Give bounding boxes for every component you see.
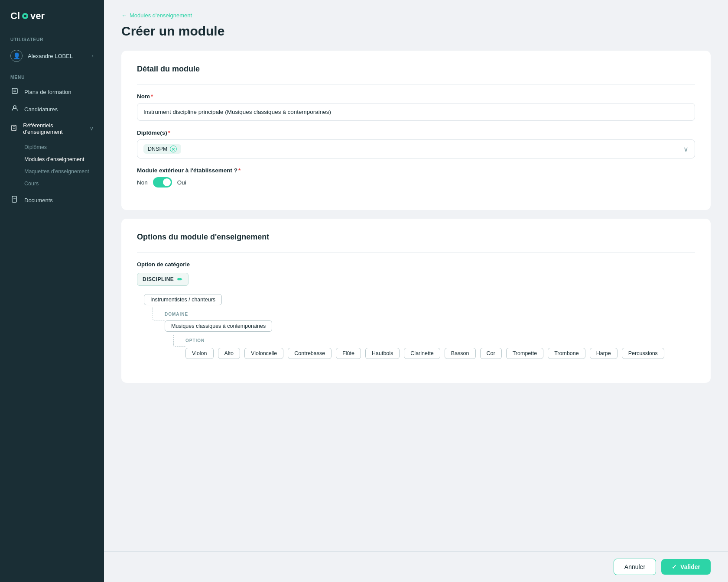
option-label: OPTION [185, 338, 695, 343]
dnspm-tag-remove[interactable]: × [170, 146, 177, 152]
candidatures-label: Candidatures [24, 106, 58, 113]
sidebar: Cl ver UTILISATEUR 👤 Alexandre LOBEL › M… [0, 0, 104, 582]
toggle-non-label: Non [137, 179, 148, 186]
detail-card-title: Détail du module [137, 65, 695, 74]
breadcrumb[interactable]: ← Modules d'enseignement [121, 12, 711, 19]
option-chip-contrebasse: Contrebasse [288, 348, 332, 359]
footer: Annuler ✓ Valider [104, 551, 728, 582]
diplomes-select[interactable]: DNSPM × ∨ [137, 139, 695, 158]
user-chevron-icon: › [92, 53, 94, 59]
option-chip-percussions: Percussions [622, 348, 664, 359]
musiques-chip: Musiques classiques à contemporaines [165, 320, 272, 332]
user-section-label: UTILISATEUR [0, 30, 104, 45]
module-exterieur-group: Module extérieur à l'établissement ?* No… [137, 167, 695, 188]
tree-container: Instrumentistes / chanteurs DOMAINE Musi… [144, 293, 695, 360]
validate-label: Valider [680, 563, 700, 570]
level2-block: DOMAINE Musiques classiques à contempora… [165, 312, 695, 360]
menu-section-label: MENU [0, 66, 104, 83]
toggle-oui-label: Oui [177, 179, 186, 186]
option-chip-cor: Cor [480, 348, 502, 359]
nom-input[interactable] [137, 103, 695, 121]
options-chips-row: ViolonAltoVioloncelleContrebasseFlûteHau… [185, 346, 695, 360]
referentiels-label: Référentiels d'enseignement [23, 122, 84, 135]
main-content: ← Modules d'enseignement Créer un module… [104, 0, 728, 582]
cancel-button[interactable]: Annuler [614, 559, 656, 575]
diplomes-chevron-icon: ∨ [683, 145, 689, 153]
tree-connector-2 [173, 334, 185, 347]
discipline-badge: DISCIPLINE ✏ [137, 273, 188, 286]
domaine-label: DOMAINE [165, 312, 695, 317]
documents-icon [10, 196, 19, 204]
submenu-item-diplomes[interactable]: Diplômes [0, 141, 104, 153]
toggle-row: Non Oui [137, 177, 695, 188]
submenu-item-cours[interactable]: Cours [0, 178, 104, 190]
option-categorie-label: Option de catégorie [137, 261, 695, 268]
plans-label: Plans de formation [24, 89, 71, 95]
user-name: Alexandre LOBEL [28, 53, 87, 59]
submenu-item-maquettes[interactable]: Maquettes d'enseignement [0, 165, 104, 178]
plans-icon [10, 87, 19, 96]
validate-button[interactable]: ✓ Valider [661, 559, 711, 575]
option-chip-flûte: Flûte [336, 348, 361, 359]
nom-field-group: Nom* [137, 93, 695, 121]
module-exterieur-label: Module extérieur à l'établissement ?* [137, 167, 695, 174]
option-chip-trombone: Trombone [548, 348, 585, 359]
option-chip-violoncelle: Violoncelle [244, 348, 283, 359]
breadcrumb-arrow-icon: ← [121, 12, 127, 19]
option-categorie-group: Option de catégorie DISCIPLINE ✏ Instrum… [137, 261, 695, 360]
referentiels-chevron-icon: ∨ [90, 126, 94, 132]
domaine-row: Musiques classiques à contemporaines [165, 319, 695, 333]
instrumentistes-chip: Instrumentistes / chanteurs [144, 294, 222, 305]
sidebar-item-plans[interactable]: Plans de formation [0, 83, 104, 100]
toggle-switch[interactable] [153, 177, 172, 188]
option-chip-clarinette: Clarinette [404, 348, 440, 359]
options-card-title: Options du module d'enseignement [137, 233, 695, 242]
nom-label: Nom* [137, 93, 695, 100]
diplomes-label: Diplôme(s)* [137, 129, 695, 136]
dnspm-tag: DNSPM × [143, 144, 181, 154]
sidebar-item-referentiels[interactable]: Référentiels d'enseignement ∨ [0, 118, 104, 139]
candidatures-icon [10, 105, 19, 113]
page-title: Créer un module [121, 24, 711, 39]
user-avatar-icon: 👤 [10, 50, 23, 62]
sidebar-item-documents[interactable]: Documents [0, 191, 104, 209]
logo: Cl ver [0, 0, 104, 30]
documents-label: Documents [24, 197, 53, 204]
detail-card: Détail du module Nom* Diplôme(s)* DNSPM … [121, 51, 711, 210]
diplomes-field-group: Diplôme(s)* DNSPM × ∨ [137, 129, 695, 158]
edit-icon[interactable]: ✏ [177, 276, 183, 283]
breadcrumb-label: Modules d'enseignement [130, 12, 192, 19]
level3-block: OPTION ViolonAltoVioloncelleContrebasseF… [185, 338, 695, 360]
option-chip-violon: Violon [185, 348, 214, 359]
options-card: Options du module d'enseignement Option … [121, 219, 711, 383]
option-chip-harpe: Harpe [590, 348, 618, 359]
referentiels-icon [10, 124, 18, 133]
level1-row: Instrumentistes / chanteurs [144, 293, 695, 307]
sidebar-item-candidatures[interactable]: Candidatures [0, 100, 104, 118]
validate-check-icon: ✓ [672, 563, 677, 570]
svg-point-3 [13, 106, 16, 108]
user-profile[interactable]: 👤 Alexandre LOBEL › [0, 45, 104, 66]
submenu-item-modules[interactable]: Modules d'enseignement [0, 153, 104, 165]
option-chip-hautbois: Hautbois [365, 348, 400, 359]
toggle-thumb [163, 178, 171, 186]
diplomes-tags: DNSPM × [143, 144, 181, 154]
svg-rect-0 [12, 88, 17, 94]
referentiels-submenu: Diplômes Modules d'enseignement Maquette… [0, 139, 104, 191]
option-chip-trompette: Trompette [506, 348, 544, 359]
svg-rect-7 [12, 196, 16, 202]
option-chip-alto: Alto [218, 348, 240, 359]
option-chip-basson: Basson [445, 348, 476, 359]
tree-connector-1 [153, 307, 165, 320]
